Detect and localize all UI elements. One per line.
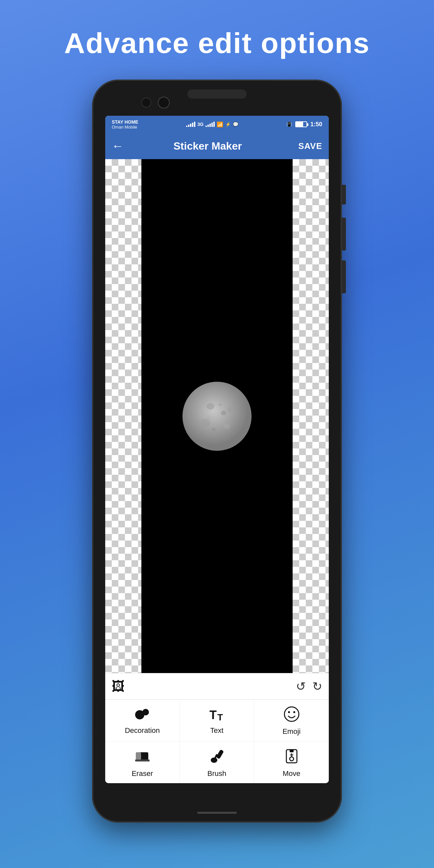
text-label: Text [210,726,223,735]
image-icon[interactable]: 🖼 [112,679,125,694]
svg-rect-18 [136,752,141,760]
toolbar-right: ↺ ↻ [296,680,322,693]
save-button[interactable]: SAVE [298,141,322,151]
nav-item-eraser[interactable]: Eraser [105,741,180,783]
side-button-mid [342,218,346,251]
text-icon: T T [208,707,225,724]
signal-bars [186,122,195,127]
status-right: 📳 1:50 [286,121,322,128]
nav-item-text[interactable]: T T Text [180,700,254,741]
checkered-right [292,159,329,673]
emoji-icon [284,706,300,725]
svg-rect-23 [290,750,293,752]
camera-left [142,98,151,107]
speaker [187,89,247,99]
home-indicator [197,812,237,814]
toolbar-row: 🖼 ↺ ↻ [105,673,329,699]
phone-bottom [92,803,342,823]
status-bar: STAY HOME Oman Mobile 3G [105,116,329,133]
move-label: Move [283,769,301,778]
svg-text:T: T [210,708,217,721]
move-icon [284,748,300,767]
svg-point-14 [284,707,299,721]
svg-point-9 [183,382,251,451]
svg-rect-19 [135,760,150,762]
moon-image [181,380,253,453]
eraser-label: Eraser [131,769,153,778]
nav-item-emoji[interactable]: Emoji [254,700,329,741]
time: 1:50 [310,121,322,128]
bottom-nav: Decoration T T Text [105,699,329,783]
nav-item-decoration[interactable]: Decoration [105,700,180,741]
network-type: 3G [197,122,204,127]
svg-point-24 [290,757,293,761]
brush-label: Brush [208,769,226,778]
nav-item-move[interactable]: Move [254,741,329,783]
svg-point-11 [143,709,149,715]
checkered-left [105,159,142,673]
vibrate-icon: 📳 [286,122,292,127]
battery-icon [295,121,307,127]
eraser-icon [134,748,151,767]
toolbar-left: 🖼 [112,679,125,694]
whatsapp-icon: 💬 [233,122,238,127]
emoji-label: Emoji [282,727,301,736]
signal-bars-2 [206,122,215,127]
side-button-bot [342,260,346,293]
phone-screen: STAY HOME Oman Mobile 3G [105,116,329,783]
page-title: Advance edit options [64,26,370,60]
wifi-icon: 📶 [217,121,223,128]
usb-icon: ⚡ [225,122,231,127]
carrier: STAY HOME [112,119,138,125]
bottom-area: 🖼 ↺ ↻ Deco [105,673,329,783]
camera-right [158,97,169,108]
sub-carrier: Oman Mobile [112,125,138,129]
brush-icon [208,748,225,767]
svg-text:T: T [217,712,223,721]
back-button[interactable]: ← [112,139,124,153]
phone-shell: STAY HOME Oman Mobile 3G [92,80,342,823]
app-bar: ← Sticker Maker SAVE [105,133,329,159]
canvas-area[interactable] [105,159,329,673]
svg-point-15 [288,711,290,713]
status-left: STAY HOME Oman Mobile [112,119,138,129]
main-image [142,159,292,673]
nav-item-brush[interactable]: Brush [180,741,254,783]
redo-button[interactable]: ↻ [312,680,322,693]
phone-top-bar [92,80,342,116]
undo-button[interactable]: ↺ [296,680,306,693]
side-button-top [342,185,346,205]
app-bar-title: Sticker Maker [130,140,285,152]
svg-point-16 [293,711,295,713]
decoration-label: Decoration [125,726,160,735]
status-icons: 3G 📶 ⚡ 💬 [186,121,238,128]
decoration-icon [134,708,151,724]
